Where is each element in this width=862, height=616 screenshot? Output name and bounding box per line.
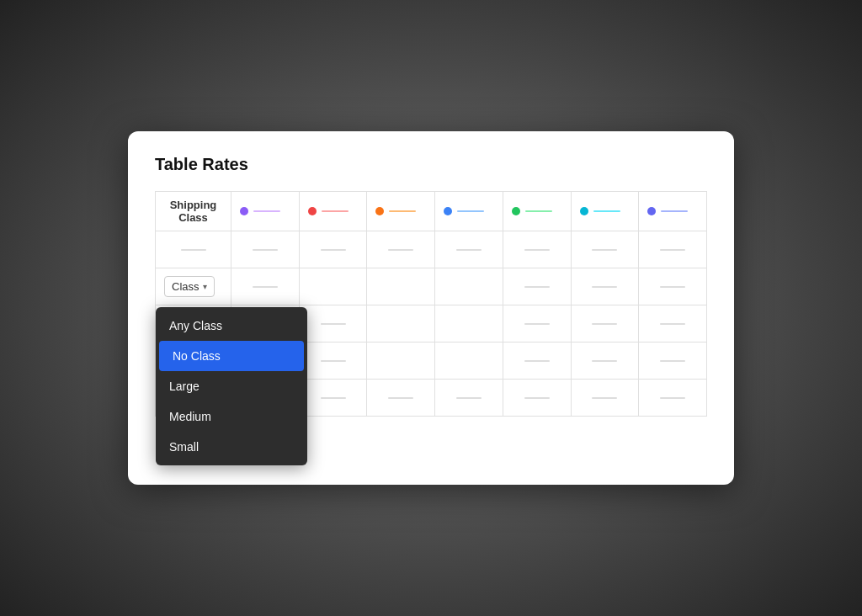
dropdown-item-large[interactable]: Large <box>156 371 307 401</box>
dropdown-item-no-class[interactable]: No Class <box>159 341 304 371</box>
col-header-2 <box>367 192 435 231</box>
col-header-6 <box>639 192 707 231</box>
cell-2-2 <box>367 305 435 343</box>
dot-2 <box>375 207 384 215</box>
cell-4-3 <box>435 380 503 417</box>
table-header-row: Shipping Class <box>156 192 707 231</box>
dot-3 <box>444 207 452 215</box>
rates-table: Shipping Class <box>155 191 707 417</box>
dot-line-0 <box>253 210 280 212</box>
cell-0-3 <box>435 231 503 268</box>
cell-3-2 <box>367 343 435 380</box>
dot-1 <box>308 207 317 215</box>
cell-4-6 <box>639 380 707 417</box>
cell-0-0 <box>231 231 300 268</box>
cell-1-3 <box>435 268 503 305</box>
col-header-0 <box>231 192 300 231</box>
main-card: Table Rates Shipping Class <box>128 131 734 485</box>
dot-6 <box>647 207 656 215</box>
cell-2-6 <box>639 305 707 343</box>
shipping-class-header: Shipping Class <box>156 192 231 231</box>
cell-0-6 <box>639 231 707 268</box>
cell-1-5 <box>571 268 639 305</box>
cell-0-4 <box>503 231 571 268</box>
cell-3-1 <box>299 343 367 380</box>
cell-0-2 <box>367 231 435 268</box>
cell-2-5 <box>571 305 639 343</box>
row-label-0 <box>156 231 231 268</box>
cell-3-3 <box>435 343 503 380</box>
col-header-3 <box>435 192 503 231</box>
table-row-selector: Class ▾ Any Class No Class Large Medium … <box>156 268 707 305</box>
cell-0-5 <box>571 231 639 268</box>
cell-1-1 <box>299 268 367 305</box>
cell-2-3 <box>435 305 503 343</box>
dot-5 <box>580 207 588 215</box>
col-header-1 <box>299 192 367 231</box>
class-selector-label: Class <box>172 280 200 293</box>
dot-label-0 <box>240 207 290 215</box>
class-selector-cell: Class ▾ Any Class No Class Large Medium … <box>156 268 231 305</box>
class-dropdown: Any Class No Class Large Medium Small <box>156 307 307 465</box>
cell-2-4 <box>503 305 571 343</box>
dropdown-item-medium[interactable]: Medium <box>156 401 307 432</box>
class-selector-button[interactable]: Class ▾ <box>164 276 215 297</box>
cell-3-5 <box>571 343 639 380</box>
cell-4-5 <box>571 380 639 417</box>
chevron-down-icon: ▾ <box>203 282 207 291</box>
cell-3-4 <box>503 343 571 380</box>
cell-1-6 <box>639 268 707 305</box>
cell-4-1 <box>299 380 367 417</box>
cell-1-0 <box>231 268 300 305</box>
col-header-4 <box>503 192 571 231</box>
cell-1-2 <box>367 268 435 305</box>
card-title: Table Rates <box>155 155 707 174</box>
col-header-5 <box>571 192 639 231</box>
dropdown-item-small[interactable]: Small <box>156 432 307 462</box>
cell-4-2 <box>367 380 435 417</box>
cell-2-1 <box>299 305 367 343</box>
cell-1-4 <box>503 268 571 305</box>
cell-0-1 <box>299 231 367 268</box>
dot-4 <box>512 207 520 215</box>
cell-3-6 <box>639 343 707 380</box>
dropdown-item-any-class[interactable]: Any Class <box>156 311 307 341</box>
dot-0 <box>240 207 248 215</box>
table-row <box>156 231 707 268</box>
table-wrapper: Shipping Class <box>155 191 707 417</box>
cell-4-4 <box>503 380 571 417</box>
